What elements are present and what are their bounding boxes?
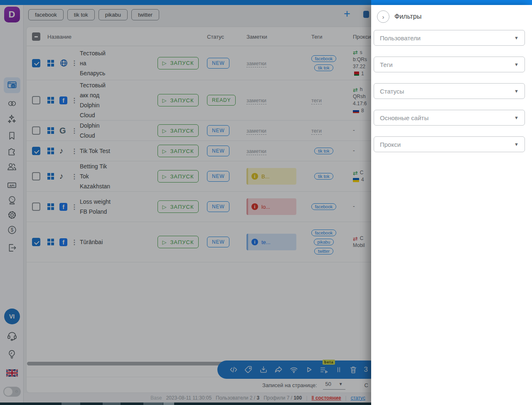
chevron-down-icon: ▼ (514, 62, 519, 67)
chevron-down-icon: ▼ (514, 115, 519, 120)
filters-panel: › Фильтры Пользователи▼ Теги▼ Статусы▼ О… (371, 5, 532, 405)
filter-select-main-sites[interactable]: Основные сайты▼ (374, 110, 525, 126)
filter-select-statuses[interactable]: Статусы▼ (374, 83, 525, 99)
dim-overlay[interactable] (0, 0, 371, 405)
filter-select-proxy[interactable]: Прокси▼ (374, 136, 525, 152)
chevron-down-icon: ▼ (514, 142, 519, 147)
app-root: D API $ (0, 0, 532, 405)
filters-title: Фильтры (394, 13, 421, 20)
chevron-down-icon: ▼ (514, 35, 519, 40)
filter-select-tags[interactable]: Теги▼ (374, 57, 525, 72)
filter-select-users[interactable]: Пользователи▼ (374, 30, 525, 46)
chevron-down-icon: ▼ (514, 89, 519, 94)
collapse-panel-button[interactable]: › (377, 10, 389, 23)
chevron-right-icon: › (382, 13, 384, 20)
